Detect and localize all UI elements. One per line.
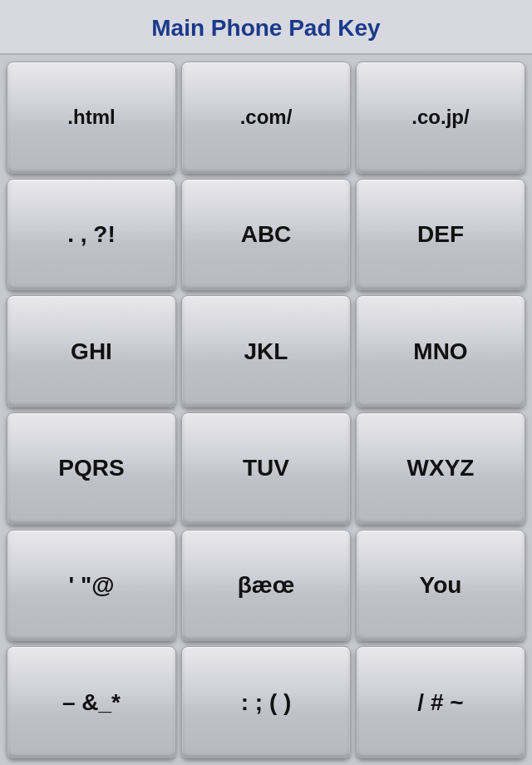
key-row-top-row: .html.com/.co.jp/ xyxy=(7,62,525,174)
punct-key[interactable]: . , ?! xyxy=(7,179,176,291)
html-key[interactable]: .html xyxy=(7,62,176,174)
ghi-key[interactable]: GHI xyxy=(7,295,176,407)
abc-key[interactable]: ABC xyxy=(181,179,351,291)
colon-key[interactable]: : ; ( ) xyxy=(181,646,351,758)
cojp-key[interactable]: .co.jp/ xyxy=(356,62,525,174)
key-row-row1: . , ?!ABCDEF xyxy=(7,179,525,291)
tuv-key[interactable]: TUV xyxy=(181,412,351,525)
com-key[interactable]: .com/ xyxy=(181,62,351,174)
keypad: .html.com/.co.jp/. , ?!ABCDEFGHIJKLMNOPQ… xyxy=(0,55,532,765)
key-row-row3: PQRSTUVWXYZ xyxy=(7,412,525,525)
key-row-row5: – &_*: ; ( )/ # ~ xyxy=(7,646,525,758)
jkl-key[interactable]: JKL xyxy=(181,295,351,407)
you-key[interactable]: You xyxy=(356,530,525,642)
dash-key[interactable]: – &_* xyxy=(7,646,176,758)
pqrs-key[interactable]: PQRS xyxy=(7,412,176,525)
key-row-row2: GHIJKLMNO xyxy=(7,295,525,407)
page-title: Main Phone Pad Key xyxy=(0,0,532,55)
slash-key[interactable]: / # ~ xyxy=(356,646,525,758)
def-key[interactable]: DEF xyxy=(356,179,525,291)
quotes-key[interactable]: ' "@ xyxy=(7,530,176,642)
mno-key[interactable]: MNO xyxy=(356,295,525,407)
special-key[interactable]: βæœ xyxy=(181,530,351,642)
key-row-row4: ' "@βæœYou xyxy=(7,530,525,642)
wxyz-key[interactable]: WXYZ xyxy=(356,412,525,525)
